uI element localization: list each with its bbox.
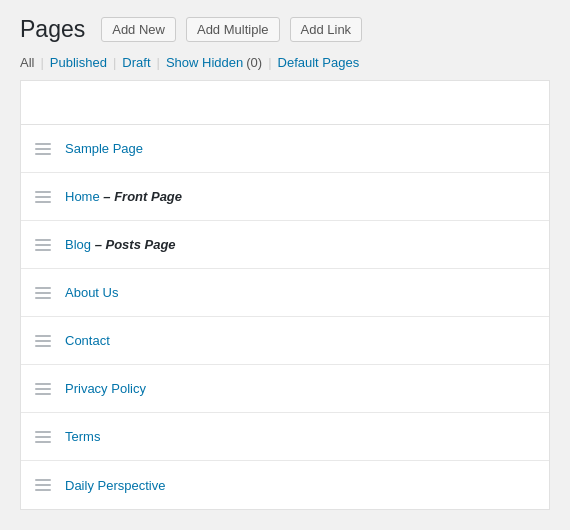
hamburger-icon xyxy=(35,383,51,395)
search-row xyxy=(21,81,549,125)
hamburger-icon xyxy=(35,479,51,491)
drag-handle-icon[interactable] xyxy=(21,287,65,299)
drag-handle-icon[interactable] xyxy=(21,335,65,347)
page-link[interactable]: Terms xyxy=(65,429,549,444)
hamburger-icon xyxy=(35,191,51,203)
filter-show-hidden[interactable]: Show Hidden xyxy=(166,55,243,70)
show-hidden-badge: (0) xyxy=(246,55,262,70)
sep-2: | xyxy=(113,55,116,70)
table-row: Privacy Policy xyxy=(21,365,549,413)
drag-handle-icon[interactable] xyxy=(21,383,65,395)
pages-list: Sample PageHome – Front PageBlog – Posts… xyxy=(21,125,549,509)
drag-handle-icon[interactable] xyxy=(21,239,65,251)
filter-default-pages[interactable]: Default Pages xyxy=(278,55,360,70)
hamburger-icon xyxy=(35,143,51,155)
page-link[interactable]: Sample Page xyxy=(65,141,549,156)
drag-handle-icon[interactable] xyxy=(21,431,65,443)
hamburger-icon xyxy=(35,335,51,347)
page-link[interactable]: About Us xyxy=(65,285,549,300)
sep-1: | xyxy=(40,55,43,70)
page-link[interactable]: Daily Perspective xyxy=(65,478,549,493)
page-link[interactable]: Contact xyxy=(65,333,549,348)
page-link[interactable]: Blog – Posts Page xyxy=(65,237,549,252)
sep-3: | xyxy=(157,55,160,70)
table-row: About Us xyxy=(21,269,549,317)
page-link[interactable]: Privacy Policy xyxy=(65,381,549,396)
drag-handle-icon[interactable] xyxy=(21,143,65,155)
table-row: Blog – Posts Page xyxy=(21,221,549,269)
filter-published[interactable]: Published xyxy=(50,55,107,70)
page-link[interactable]: Home – Front Page xyxy=(65,189,549,204)
pages-table: Sample PageHome – Front PageBlog – Posts… xyxy=(20,80,550,510)
table-row: Contact xyxy=(21,317,549,365)
add-new-button[interactable]: Add New xyxy=(101,17,176,42)
table-row: Terms xyxy=(21,413,549,461)
page-title: Pages xyxy=(20,16,85,43)
sep-4: | xyxy=(268,55,271,70)
page-header: Pages Add New Add Multiple Add Link xyxy=(20,16,550,43)
filter-bar: All | Published | Draft | Show Hidden (0… xyxy=(20,55,550,70)
add-multiple-button[interactable]: Add Multiple xyxy=(186,17,280,42)
table-row: Daily Perspective xyxy=(21,461,549,509)
add-link-button[interactable]: Add Link xyxy=(290,17,363,42)
hamburger-icon xyxy=(35,287,51,299)
table-row: Home – Front Page xyxy=(21,173,549,221)
drag-handle-icon[interactable] xyxy=(21,479,65,491)
filter-all[interactable]: All xyxy=(20,55,34,70)
hamburger-icon xyxy=(35,239,51,251)
filter-draft[interactable]: Draft xyxy=(122,55,150,70)
table-row: Sample Page xyxy=(21,125,549,173)
hamburger-icon xyxy=(35,431,51,443)
drag-handle-icon[interactable] xyxy=(21,191,65,203)
